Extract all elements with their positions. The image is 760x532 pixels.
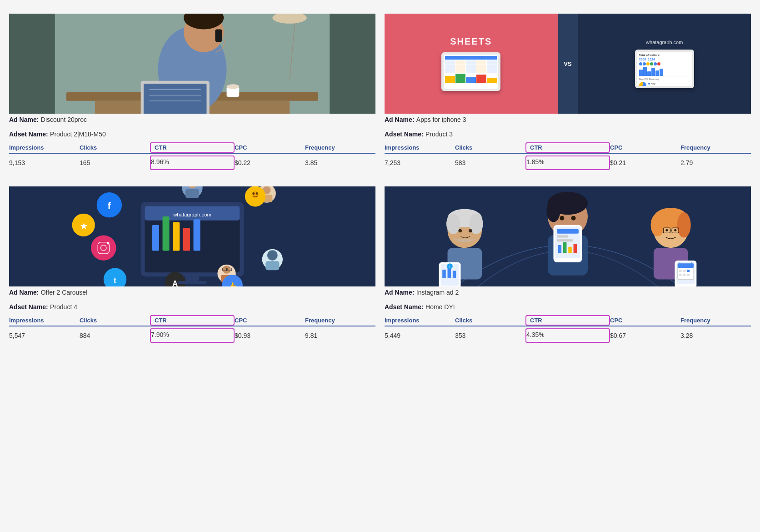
adset-name-label-2: Adset Name: [385, 130, 424, 138]
header-ctr-3: CTR [150, 315, 235, 326]
svg-point-61 [252, 192, 255, 195]
val-cpc-3: $0.93 [235, 330, 305, 341]
svg-rect-91 [558, 245, 562, 253]
val-cpc-2: $0.21 [610, 157, 680, 168]
svg-rect-94 [574, 244, 577, 253]
svg-rect-64 [178, 281, 207, 284]
svg-rect-89 [557, 236, 568, 238]
ad-image-2: SHEETS [385, 14, 751, 114]
val-frequency-2: 2.79 [680, 157, 751, 168]
ad-card-3: whatagraph.com [9, 182, 375, 346]
ad-name-label-2: Ad Name: [385, 116, 414, 123]
svg-rect-26 [163, 216, 170, 251]
svg-rect-75 [442, 270, 446, 278]
val-ctr-4: 4.35% [525, 328, 610, 343]
ad-name-label-1: Ad Name: [9, 116, 39, 123]
ad-name-block-4: Ad Name: Instagram ad 2 [385, 286, 751, 298]
header-cpc-4: CPC [610, 317, 680, 324]
stats-row-4: 5,449 353 4.35% $0.67 3.28 [385, 330, 751, 341]
stats-header-4: Impressions Clicks CTR CPC Frequency [385, 317, 751, 326]
svg-text:A: A [172, 279, 178, 286]
header-clicks-4: Clicks [455, 317, 525, 324]
adset-name-block-3: Adset Name: Product 4 [9, 301, 375, 313]
stats-table-3: Impressions Clicks CTR CPC Frequency 5,5… [9, 317, 375, 341]
header-cpc-1: CPC [235, 144, 305, 151]
adset-name-value-1: Product 2|M18-M50 [50, 130, 106, 138]
svg-point-71 [469, 229, 472, 233]
ad-card-1: Ad Name: Discount 20proc Adset Name: Pro… [9, 9, 375, 173]
val-impressions-4: 5,449 [385, 330, 455, 341]
val-frequency-1: 3.85 [305, 157, 375, 168]
svg-rect-88 [557, 229, 579, 234]
svg-point-50 [107, 242, 109, 245]
val-ctr-2: 1.85% [525, 156, 610, 170]
header-frequency-2: Frequency [680, 144, 751, 151]
adset-name-value-2: Product 3 [425, 130, 453, 138]
header-impressions-3: Impressions [9, 317, 80, 324]
svg-rect-112 [683, 270, 685, 272]
ad-name-block-1: Ad Name: Discount 20proc [9, 114, 375, 125]
stats-header-1: Impressions Clicks CTR CPC Frequency [9, 144, 375, 154]
header-frequency-4: Frequency [680, 317, 751, 324]
svg-point-70 [458, 229, 462, 233]
header-cpc-3: CPC [235, 317, 305, 324]
ad-name-label-4: Ad Name: [385, 289, 414, 296]
val-impressions-3: 5,547 [9, 330, 80, 341]
val-clicks-4: 353 [455, 330, 525, 341]
val-clicks-1: 165 [80, 157, 150, 168]
adset-name-label-3: Adset Name: [9, 303, 48, 311]
svg-rect-115 [683, 274, 685, 276]
val-clicks-2: 583 [455, 157, 525, 168]
svg-point-97 [677, 212, 691, 237]
val-frequency-4: 3.28 [680, 330, 751, 341]
val-impressions-1: 9,153 [9, 157, 80, 168]
svg-rect-10 [215, 29, 222, 42]
stats-table-2: Impressions Clicks CTR CPC Frequency 7,2… [385, 144, 751, 168]
svg-rect-29 [194, 219, 200, 251]
sheets-label: SHEETS [450, 36, 492, 47]
ad-name-block-3: Ad Name: Offer 2 Carousel [9, 286, 375, 298]
val-frequency-3: 9.81 [305, 330, 375, 341]
val-ctr-1: 8.96% [150, 156, 235, 170]
header-impressions-4: Impressions [385, 317, 455, 324]
stats-header-3: Impressions Clicks CTR CPC Frequency [9, 317, 375, 326]
adset-name-value-4: Home DYI [425, 303, 455, 311]
svg-point-102 [665, 229, 668, 231]
svg-point-37 [267, 250, 278, 261]
header-clicks-3: Clicks [80, 317, 150, 324]
svg-rect-113 [687, 270, 690, 272]
svg-rect-38 [265, 261, 279, 270]
ad-name-value-1: Discount 20proc [41, 116, 87, 123]
ad-name-label-3: Ad Name: [9, 289, 39, 296]
header-clicks-2: Clicks [455, 144, 525, 151]
svg-rect-90 [557, 239, 573, 241]
svg-text:★: ★ [80, 222, 88, 231]
ad-image-1 [9, 14, 375, 114]
stats-table-1: Impressions Clicks CTR CPC Frequency 9,1… [9, 144, 375, 168]
header-impressions-2: Impressions [385, 144, 455, 151]
header-ctr-2: CTR [525, 142, 610, 153]
svg-point-98 [651, 214, 665, 236]
ad-image-4: t [385, 186, 751, 286]
header-frequency-1: Frequency [305, 144, 375, 151]
svg-point-84 [571, 216, 576, 221]
svg-rect-116 [687, 274, 690, 276]
val-clicks-3: 884 [80, 330, 150, 341]
ad-card-4: t [385, 182, 751, 346]
svg-point-47 [91, 236, 116, 261]
ad-image-3: whatagraph.com [9, 186, 375, 286]
stats-row-1: 9,153 165 8.96% $0.22 3.85 [9, 157, 375, 168]
svg-rect-111 [679, 270, 681, 272]
header-ctr-4: CTR [525, 315, 610, 326]
adset-name-block-1: Adset Name: Product 2|M18-M50 [9, 128, 375, 140]
vs-label: VS [564, 60, 571, 67]
svg-rect-27 [173, 222, 180, 251]
adset-name-label-1: Adset Name: [9, 130, 48, 138]
ad-name-block-2: Ad Name: Apps for iphone 3 [385, 114, 751, 125]
ad-name-value-2: Apps for iphone 3 [416, 116, 466, 123]
svg-rect-32 [185, 189, 199, 198]
header-ctr-1: CTR [150, 142, 235, 153]
svg-rect-92 [563, 242, 567, 253]
svg-point-103 [674, 229, 676, 231]
svg-rect-12 [144, 84, 207, 114]
